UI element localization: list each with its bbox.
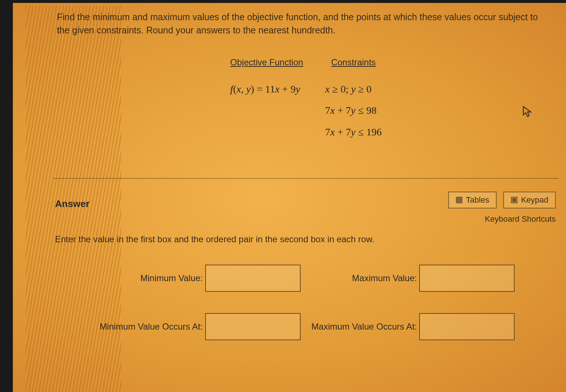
constraint-1: x ≥ 0; y ≥ 0	[325, 79, 382, 100]
constraints-header: Constraints	[331, 57, 375, 68]
max-value-input[interactable]	[419, 265, 515, 292]
svg-point-12	[513, 201, 514, 202]
min-at-input[interactable]	[205, 313, 301, 340]
svg-point-11	[515, 200, 516, 200]
svg-point-7	[514, 199, 515, 199]
math-block: Objective Function f(x, y) = 11x + 9y Co…	[53, 57, 559, 143]
svg-point-8	[515, 199, 516, 199]
max-value-label: Maximum Value:	[352, 273, 417, 283]
svg-point-6	[513, 199, 514, 199]
min-value-label: Minimum Value:	[140, 273, 203, 283]
cursor-icon	[522, 106, 532, 118]
tables-label: Tables	[466, 195, 489, 205]
svg-point-9	[513, 200, 514, 200]
svg-point-13	[514, 201, 515, 202]
keypad-button[interactable]: Keypad	[503, 192, 556, 208]
answer-heading: Answer	[55, 198, 90, 210]
keypad-icon	[511, 196, 518, 204]
max-at-label: Maximum Value Occurs At:	[311, 322, 417, 332]
table-icon	[456, 196, 463, 204]
svg-rect-0	[457, 197, 462, 203]
keypad-label: Keypad	[521, 195, 548, 205]
min-value-input[interactable]	[205, 265, 301, 292]
question-text: Find the minimum and maximum values of t…	[53, 7, 559, 37]
constraint-2: 7x + 7y ≤ 98	[325, 100, 382, 121]
svg-point-10	[514, 200, 515, 200]
constraint-3: 7x + 7y ≤ 196	[325, 121, 382, 143]
min-at-label: Minimum Value Occurs At:	[100, 322, 203, 332]
objective-header: Objective Function	[230, 57, 303, 68]
svg-point-14	[515, 201, 516, 202]
max-at-input[interactable]	[419, 313, 515, 340]
section-divider	[53, 178, 559, 179]
answer-instruction: Enter the value in the first box and the…	[55, 234, 559, 244]
keyboard-shortcuts-link[interactable]: Keyboard Shortcuts	[443, 214, 556, 224]
objective-function: f(x, y) = 11x + 9y	[230, 79, 303, 100]
tables-button[interactable]: Tables	[448, 192, 497, 208]
